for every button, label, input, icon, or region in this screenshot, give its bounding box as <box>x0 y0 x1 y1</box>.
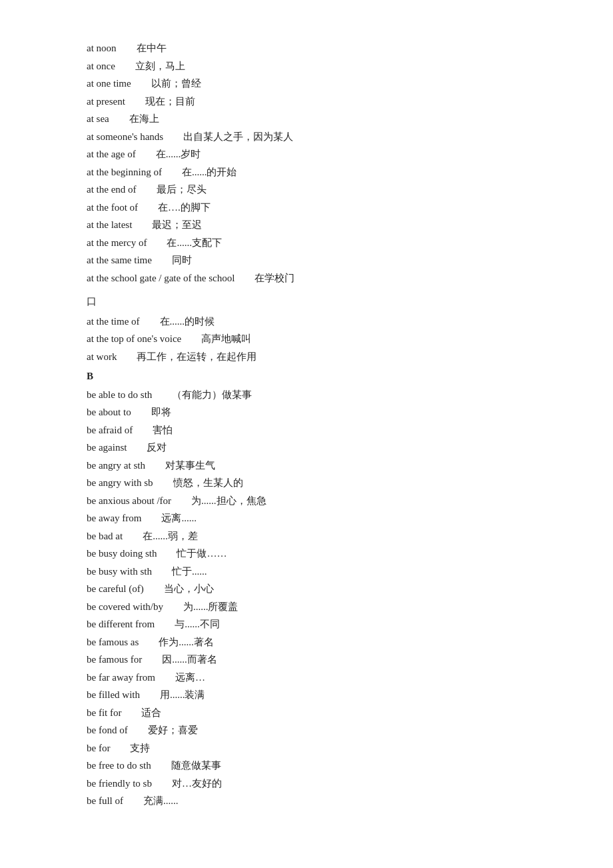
phrase-cn: 高声地喊叫 <box>201 333 251 344</box>
entry-line: be free to do sth 随意做某事 <box>87 757 526 775</box>
phrase-en: at someone's hands <box>87 131 163 142</box>
phrase-cn: 在中午 <box>137 43 167 53</box>
phrase-cn: 远离… <box>175 672 205 683</box>
phrase-en: be about to <box>87 407 131 417</box>
entry-line: be anxious about /for 为......担心，焦急 <box>87 493 526 510</box>
phrase-en: at the beginning of <box>87 167 162 177</box>
entry-line: be careful (of) 当心，小心 <box>87 581 526 598</box>
entry-line: be against 反对 <box>87 439 526 457</box>
phrase-en: at the school gate / gate of the school <box>87 273 235 283</box>
phrase-cn: 在......的时候 <box>160 316 215 327</box>
entry-line: be famous as 作为......著名 <box>87 634 526 651</box>
content-area: at noon 在中午at once 立刻，马上at one time 以前；曾… <box>87 40 526 810</box>
phrase-cn: 支持 <box>130 743 150 753</box>
phrase-cn: 远离...... <box>161 513 197 523</box>
phrase-cn: 当心，小心 <box>164 583 214 594</box>
phrase-cn: 在......的开始 <box>182 167 237 177</box>
entry-line: at one time 以前；曾经 <box>87 75 526 93</box>
phrase-en: at the latest <box>87 219 132 230</box>
phrase-en: be afraid of <box>87 425 133 435</box>
phrase-cn: 现在；目前 <box>145 96 195 107</box>
entry-line: be away from 远离...... <box>87 510 526 527</box>
entry-line: at the same time 同时 <box>87 252 526 269</box>
phrase-cn: 在......弱，差 <box>143 531 198 541</box>
phrase-en: be fit for <box>87 707 121 718</box>
phrase-en: be able to do sth <box>87 389 152 400</box>
phrase-en: at the same time <box>87 255 152 265</box>
entry-line: at the latest 最迟；至迟 <box>87 217 526 234</box>
phrase-en: at the age of <box>87 149 136 159</box>
entry-line: be filled with 用......装满 <box>87 687 526 704</box>
phrase-en: at the time of <box>87 316 140 327</box>
phrase-en: be busy with sth <box>87 566 152 577</box>
phrase-en: be famous as <box>87 637 139 647</box>
phrase-cn: 因......而著名 <box>162 654 217 665</box>
entry-line: be bad at 在......弱，差 <box>87 528 526 545</box>
phrase-en: be famous for <box>87 654 142 665</box>
phrase-cn: 在学校门 <box>255 273 295 283</box>
section-divider: 口 <box>87 293 526 311</box>
entry-line: be covered with/by 为......所覆盖 <box>87 599 526 616</box>
entry-line: at once 立刻，马上 <box>87 58 526 75</box>
phrase-en: be for <box>87 743 110 753</box>
entry-line: be able to do sth （有能力）做某事 <box>87 387 526 404</box>
phrase-en: be fond of <box>87 725 128 735</box>
phrase-en: at present <box>87 96 125 107</box>
phrase-en: at once <box>87 61 115 71</box>
entry-line: at the top of one's voice 高声地喊叫 <box>87 331 526 348</box>
phrase-cn: 以前；曾经 <box>151 78 201 89</box>
entry-line: be full of 充满...... <box>87 793 526 810</box>
entry-line: at sea 在海上 <box>87 111 526 128</box>
phrase-en: be against <box>87 442 127 453</box>
entry-line: at work 再工作，在运转，在起作用 <box>87 349 526 366</box>
entry-line: at the end of 最后；尽头 <box>87 181 526 199</box>
phrase-cn: 同时 <box>172 255 192 265</box>
phrase-en: be full of <box>87 795 123 806</box>
entry-line: at the time of 在......的时候 <box>87 313 526 331</box>
phrase-en: be different from <box>87 619 155 629</box>
phrase-cn: 在….的脚下 <box>158 202 211 213</box>
phrase-cn: 适合 <box>141 707 161 718</box>
phrase-cn: 最迟；至迟 <box>152 219 202 230</box>
phrase-en: be busy doing sth <box>87 548 157 559</box>
entry-line: at noon 在中午 <box>87 40 526 57</box>
phrase-cn: 忙于做…… <box>177 548 227 559</box>
phrase-cn: 爱好；喜爱 <box>148 725 198 735</box>
entry-line: at the age of 在......岁时 <box>87 146 526 163</box>
phrase-cn: 在海上 <box>129 113 159 124</box>
phrase-cn: 出自某人之手，因为某人 <box>183 131 293 142</box>
phrase-cn: 随意做某事 <box>171 760 221 771</box>
phrase-cn: 害怕 <box>153 425 173 435</box>
phrase-cn: 对某事生气 <box>165 460 215 471</box>
phrase-en: be free to do sth <box>87 760 151 771</box>
phrase-cn: 最后；尽头 <box>157 184 207 195</box>
entry-line: be fond of 爱好；喜爱 <box>87 722 526 739</box>
phrase-cn: 忙于...... <box>172 566 207 577</box>
phrase-en: be angry at sth <box>87 460 145 471</box>
phrase-en: be covered with/by <box>87 601 163 612</box>
entry-line: be different from 与......不同 <box>87 616 526 633</box>
entry-line: be angry with sb 愤怒，生某人的 <box>87 475 526 492</box>
entry-line: be famous for 因......而著名 <box>87 651 526 669</box>
phrase-cn: 用......装满 <box>160 689 205 700</box>
entry-line: be friendly to sb 对…友好的 <box>87 775 526 793</box>
phrase-en: at noon <box>87 43 117 53</box>
phrase-cn: 对…友好的 <box>172 778 222 789</box>
phrase-en: be far away from <box>87 672 155 683</box>
phrase-cn: 作为......著名 <box>159 637 214 647</box>
phrase-en: be careful (of) <box>87 583 144 594</box>
phrase-en: at the top of one's voice <box>87 333 181 344</box>
entry-line: be fit for 适合 <box>87 705 526 722</box>
phrase-en: be angry with sb <box>87 477 153 488</box>
entry-line: be about to 即将 <box>87 404 526 421</box>
phrase-en: at one time <box>87 78 131 89</box>
entry-line: be far away from 远离… <box>87 669 526 687</box>
phrase-cn: 在......岁时 <box>156 149 201 159</box>
phrase-cn: 即将 <box>151 407 171 417</box>
entry-line: at the beginning of 在......的开始 <box>87 164 526 181</box>
phrase-en: be bad at <box>87 531 123 541</box>
phrase-cn: 与......不同 <box>175 619 220 629</box>
phrase-cn: 愤怒，生某人的 <box>173 477 243 488</box>
phrase-cn: 反对 <box>147 442 167 453</box>
phrase-cn: 为......所覆盖 <box>183 601 239 612</box>
